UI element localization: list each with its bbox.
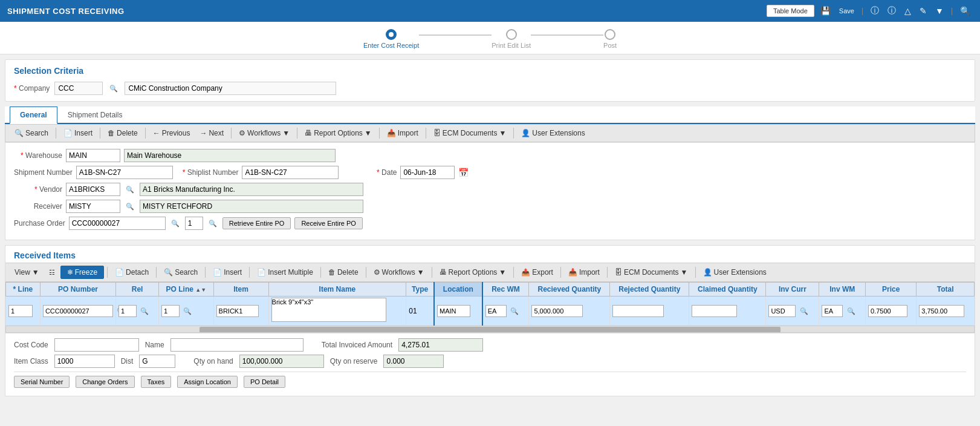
previous-button[interactable]: ← Previous — [149, 127, 195, 139]
insert-multiple-button[interactable]: 📄 Insert Multiple — [253, 266, 317, 278]
ecm-documents-button[interactable]: 🗄 ECM Documents ▼ — [429, 127, 511, 139]
rel-search[interactable]: 🔍 — [138, 307, 151, 316]
po-detail-button[interactable]: PO Detail — [244, 376, 285, 388]
freeze-button[interactable]: ❄ Freeze — [60, 266, 104, 279]
company-code-input[interactable] — [54, 82, 103, 95]
user-extensions-button[interactable]: 👤 User Extensions — [517, 127, 589, 139]
toolbar-sep-1 — [56, 128, 56, 139]
freeze-icon: ❄ — [67, 268, 73, 277]
tab-shipment-details[interactable]: Shipment Details — [57, 106, 133, 124]
serial-number-button[interactable]: Serial Number — [14, 376, 70, 388]
inv-wm-search[interactable]: 🔍 — [845, 307, 857, 316]
report-options-button[interactable]: 🖶 Report Options ▼ — [300, 127, 376, 139]
edit-icon[interactable]: ✎ — [917, 6, 929, 16]
rel-input[interactable] — [118, 305, 137, 317]
inner-export-button[interactable]: 📤 Export — [517, 266, 557, 278]
claimed-qty-input[interactable] — [692, 305, 737, 317]
item-name-textarea[interactable]: Brick 9"x4"x3" — [271, 298, 386, 322]
cell-item-name: Brick 9"x4"x3" — [268, 297, 406, 326]
workflows-chevron: ▼ — [282, 129, 290, 137]
location-input[interactable] — [437, 305, 470, 317]
item-class-input[interactable] — [54, 355, 115, 368]
line-input[interactable] — [8, 305, 33, 317]
po-line-input[interactable] — [161, 305, 180, 317]
warehouse-code-input[interactable] — [66, 149, 120, 162]
h-scrollbar[interactable] — [5, 326, 975, 333]
scrollbar-thumb[interactable] — [200, 327, 780, 333]
company-name-input[interactable] — [125, 82, 336, 95]
inner-search-button[interactable]: 🔍 Search — [160, 266, 202, 278]
import-button[interactable]: 📥 Import — [383, 127, 423, 139]
change-orders-button[interactable]: Change Orders — [76, 376, 134, 388]
th-inv-curr: Inv Curr — [766, 283, 819, 297]
inner-delete-button[interactable]: 🗑 Delete — [324, 266, 363, 278]
received-qty-input[interactable] — [531, 305, 583, 317]
layout-icon-button[interactable]: ☷ — [45, 267, 59, 278]
inner-report-icon: 🖶 — [440, 268, 447, 277]
retrieve-entire-po-button[interactable]: Retrieve Entire PO — [222, 217, 291, 229]
help-icon1[interactable]: ⓘ — [868, 5, 881, 16]
help-icon2[interactable]: ⓘ — [885, 5, 898, 16]
po-search-button[interactable]: 🔍 — [169, 219, 181, 228]
item-class-label: Item Class — [14, 357, 48, 365]
po-line-search[interactable]: 🔍 — [181, 307, 193, 316]
inner-detach-button[interactable]: 📄 Detach — [111, 266, 153, 278]
th-item: Item — [213, 283, 268, 297]
company-search-button[interactable]: 🔍 — [108, 84, 120, 93]
cost-code-input[interactable] — [54, 338, 139, 352]
step-post[interactable]: Post — [603, 29, 617, 49]
receiver-search-button[interactable]: 🔍 — [124, 202, 136, 211]
item-input[interactable] — [216, 305, 259, 317]
receive-entire-po-button[interactable]: Receive Entire PO — [294, 217, 362, 229]
chevron-down-icon[interactable]: ▼ — [933, 6, 946, 16]
tab-general[interactable]: General — [10, 106, 57, 124]
qty-on-reserve-input — [383, 355, 444, 368]
shipment-number-input[interactable] — [76, 166, 173, 179]
vendor-search-button[interactable]: 🔍 — [124, 185, 136, 194]
inner-user-ext-button[interactable]: 👤 User Extensions — [699, 266, 771, 278]
inv-curr-search[interactable]: 🔍 — [798, 307, 810, 316]
inner-insert-button[interactable]: 📄 Insert — [209, 266, 246, 278]
save-icon[interactable]: 💾 — [818, 6, 833, 16]
workflows-button[interactable]: ⚙ Workflows ▼ — [235, 127, 294, 139]
inv-wm-input[interactable] — [822, 305, 843, 317]
next-button[interactable]: → Next — [195, 127, 228, 139]
po-qty-input[interactable] — [185, 217, 203, 230]
inner-report-options-button[interactable]: 🖶 Report Options ▼ — [435, 266, 511, 278]
date-input[interactable] — [400, 166, 455, 179]
po-line-sort[interactable]: ▲▼ — [195, 287, 206, 293]
rejected-qty-input[interactable] — [612, 305, 664, 317]
alert-icon[interactable]: △ — [902, 6, 913, 16]
name-input[interactable] — [170, 338, 303, 352]
bottom-form: Cost Code Name Total Invoiced Amount Ite… — [5, 333, 975, 396]
calendar-button[interactable]: 📅 — [458, 168, 469, 177]
inner-sep-11 — [695, 267, 696, 278]
table-mode-button[interactable]: Table Mode — [767, 5, 814, 17]
step-enter-cost-receipt[interactable]: Enter Cost Receipt — [363, 29, 419, 49]
insert-button[interactable]: 📄 Insert — [59, 127, 97, 139]
total-input[interactable] — [919, 305, 964, 317]
inner-workflows-button[interactable]: ⚙ Workflows ▼ — [369, 266, 429, 278]
inner-import-button[interactable]: 📥 Import — [564, 266, 604, 278]
po-number-row-input[interactable] — [43, 305, 113, 317]
inner-ecm-button[interactable]: 🗄 ECM Documents ▼ — [611, 266, 692, 278]
table-row[interactable]: 🔍 🔍 🔍 Brick 9"x4"x3" — [6, 297, 975, 326]
taxes-button[interactable]: Taxes — [141, 376, 172, 388]
delete-button[interactable]: 🗑 Delete — [103, 127, 142, 139]
price-input[interactable] — [868, 305, 907, 317]
po-qty-search-button[interactable]: 🔍 — [207, 219, 219, 228]
rec-wm-input[interactable] — [485, 305, 507, 317]
shiplist-number-input[interactable] — [242, 166, 339, 179]
view-button[interactable]: View ▼ — [10, 266, 44, 278]
vendor-code-input[interactable] — [66, 183, 120, 196]
receiver-code-input[interactable] — [66, 200, 120, 213]
step-print-edit-list[interactable]: Print Edit List — [492, 29, 531, 49]
cell-rel: 🔍 — [116, 297, 159, 326]
search-global-icon[interactable]: 🔍 — [958, 6, 973, 16]
search-button[interactable]: 🔍 Search — [10, 127, 53, 139]
dist-input[interactable] — [139, 355, 175, 368]
po-number-input[interactable] — [69, 217, 166, 230]
inv-curr-input[interactable] — [768, 305, 796, 317]
assign-location-button[interactable]: Assign Location — [177, 376, 238, 388]
rec-wm-search[interactable]: 🔍 — [508, 307, 521, 316]
